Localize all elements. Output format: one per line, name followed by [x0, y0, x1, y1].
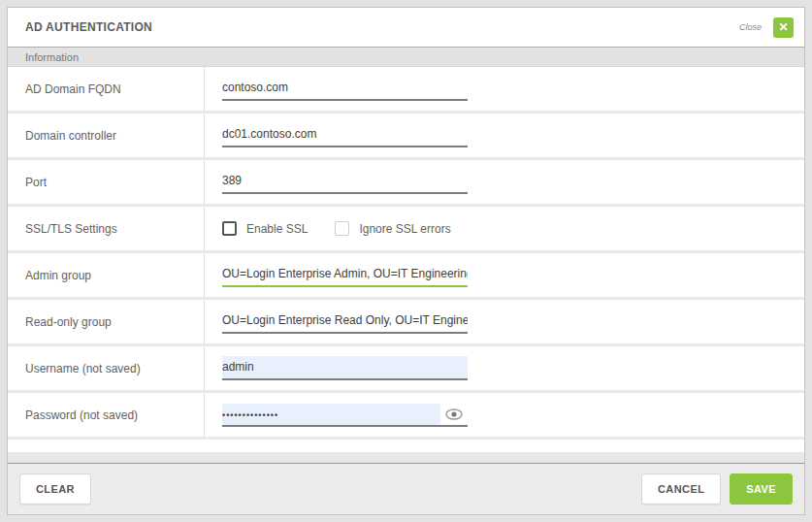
- form-row-admin-group: Admin group: [8, 253, 804, 300]
- input-underline: [222, 404, 468, 427]
- field-label: Password (not saved): [8, 393, 205, 437]
- form-row-read-only-group: Read-only group: [8, 300, 804, 346]
- field-area: Enable SSL Ignore SSL errors: [205, 207, 804, 250]
- field-label: Admin group: [8, 253, 205, 297]
- domain-controller-input[interactable]: [222, 123, 468, 146]
- form-row-ssl-tls-settings: SSL/TLS Settings Enable SSL Ignore SSL e…: [8, 207, 804, 253]
- dialog-title: AD AUTHENTICATION: [8, 20, 739, 34]
- form: AD Domain FQDN Domain controller Port: [8, 67, 804, 440]
- page-background: AD AUTHENTICATION Close ✕ Information AD…: [0, 0, 812, 522]
- admin-group-input[interactable]: [222, 263, 468, 285]
- enable-ssl-label: Enable SSL: [246, 222, 308, 236]
- enable-ssl-checkbox[interactable]: [222, 221, 237, 236]
- close-icon: ✕: [778, 17, 788, 38]
- dialog-footer: CLEAR CANCEL SAVE: [8, 464, 804, 514]
- form-row-username: Username (not saved): [8, 346, 804, 393]
- show-password-button[interactable]: [440, 406, 468, 423]
- field-area: [205, 253, 804, 297]
- input-underline: [222, 123, 468, 147]
- save-button[interactable]: SAVE: [730, 473, 793, 505]
- field-label: Port: [8, 160, 205, 204]
- input-underline: [222, 310, 468, 334]
- field-label: Read-only group: [8, 300, 205, 343]
- close-label: Close: [739, 22, 762, 32]
- field-area: [205, 114, 804, 157]
- input-underline: [222, 170, 468, 194]
- ad-domain-fqdn-input[interactable]: [222, 77, 468, 99]
- ignore-ssl-errors-label: Ignore SSL errors: [359, 222, 450, 236]
- field-area: [205, 346, 804, 390]
- eye-icon: [445, 408, 463, 420]
- form-bottom-strip: [8, 440, 804, 452]
- field-area: [205, 300, 804, 343]
- section-header-information: Information: [8, 47, 804, 67]
- input-underline-green: [222, 263, 468, 287]
- input-underline: [222, 77, 468, 101]
- field-area: [205, 160, 804, 204]
- username-input[interactable]: [222, 356, 468, 378]
- field-area: [205, 393, 804, 437]
- section-header-label: Information: [25, 51, 79, 63]
- field-label: Username (not saved): [8, 346, 205, 390]
- ignore-ssl-errors-checkbox: [335, 221, 349, 236]
- password-input[interactable]: [222, 404, 440, 425]
- form-row-password: Password (not saved): [8, 393, 804, 440]
- pre-footer-band: [8, 452, 804, 464]
- dialog-header: AD AUTHENTICATION Close ✕: [8, 8, 804, 47]
- close-button[interactable]: ✕: [773, 17, 794, 38]
- form-row-domain-controller: Domain controller: [8, 114, 804, 160]
- input-underline: [222, 356, 468, 380]
- read-only-group-input[interactable]: [222, 310, 468, 332]
- field-label: Domain controller: [8, 114, 205, 157]
- form-row-ad-domain-fqdn: AD Domain FQDN: [8, 67, 804, 114]
- enable-ssl-group: Enable SSL: [222, 221, 308, 236]
- form-row-port: Port: [8, 160, 804, 207]
- field-label: SSL/TLS Settings: [8, 207, 205, 250]
- ad-authentication-dialog: AD AUTHENTICATION Close ✕ Information AD…: [7, 7, 805, 515]
- field-area: [205, 67, 804, 111]
- field-label: AD Domain FQDN: [8, 67, 205, 111]
- port-input[interactable]: [222, 170, 468, 192]
- cancel-button[interactable]: CANCEL: [641, 473, 721, 505]
- clear-button[interactable]: CLEAR: [19, 473, 91, 505]
- ignore-ssl-errors-group: Ignore SSL errors: [335, 221, 450, 236]
